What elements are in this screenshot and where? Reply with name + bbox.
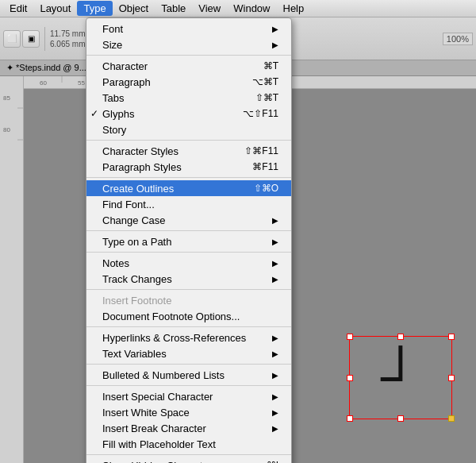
sep-9 bbox=[86, 385, 291, 386]
menu-arrow-font: ▶ bbox=[272, 25, 278, 33]
menu-item-font[interactable]: Font ▶ bbox=[86, 21, 291, 37]
menu-item-tabs-label: Tabs bbox=[102, 92, 124, 104]
sep-3 bbox=[86, 177, 291, 178]
menu-shortcut-para-styles: ⌘F11 bbox=[252, 161, 278, 172]
menu-item-hyperlinks[interactable]: Hyperlinks & Cross-References ▶ bbox=[86, 330, 291, 345]
menu-item-change-case[interactable]: Change Case ▶ bbox=[86, 212, 291, 228]
menu-arrow-hyperlinks: ▶ bbox=[272, 334, 278, 342]
handle-tr[interactable] bbox=[448, 334, 455, 340]
menu-item-type-on-path-label: Type on a Path bbox=[102, 236, 171, 248]
menu-item-char-styles[interactable]: Character Styles ⇧⌘F11 bbox=[86, 143, 291, 159]
toolbar-btn-2[interactable]: ▣ bbox=[22, 30, 40, 48]
menu-shortcut-glyphs: ⌥⇧F11 bbox=[243, 108, 278, 119]
handle-bl[interactable] bbox=[347, 415, 353, 422]
menu-item-hidden-chars[interactable]: Show Hidden Characters ⌥⌘I bbox=[86, 457, 291, 463]
svg-text:80: 80 bbox=[3, 126, 10, 133]
menu-item-story[interactable]: Story bbox=[86, 122, 291, 137]
menu-item-placeholder-label: Fill with Placeholder Text bbox=[102, 438, 216, 450]
menu-item-char-styles-label: Character Styles bbox=[102, 145, 178, 157]
menu-item-lists-label: Bulleted & Numbered Lists bbox=[102, 369, 225, 381]
handle-tm[interactable] bbox=[397, 334, 404, 340]
menu-item-footnote-options[interactable]: Document Footnote Options... bbox=[86, 308, 291, 324]
menu-item-glyphs[interactable]: ✓ Glyphs ⌥⇧F11 bbox=[86, 106, 291, 122]
menu-arrow-change-case: ▶ bbox=[272, 216, 278, 225]
menu-shortcut-character: ⌘T bbox=[263, 60, 278, 71]
menu-item-create-outlines[interactable]: Create Outlines ⇧⌘O bbox=[86, 180, 291, 196]
menu-item-para-styles-label: Paragraph Styles bbox=[102, 161, 182, 173]
handle-ml[interactable] bbox=[347, 375, 353, 381]
menu-item-track-changes-label: Track Changes bbox=[102, 273, 172, 285]
menu-item-type-on-path[interactable]: Type on a Path ▶ bbox=[86, 233, 291, 249]
handle-tl[interactable] bbox=[347, 334, 353, 340]
svg-text:60: 60 bbox=[40, 79, 47, 87]
menu-item-white-space-label: Insert White Space bbox=[102, 407, 190, 419]
menu-arrow-text-variables: ▶ bbox=[272, 349, 278, 358]
menu-window[interactable]: Window bbox=[227, 1, 276, 16]
menu-item-break-char-label: Insert Break Character bbox=[102, 422, 206, 434]
menu-shortcut-create-outlines: ⇧⌘O bbox=[254, 183, 278, 194]
handle-mr[interactable] bbox=[448, 375, 455, 381]
menu-item-tabs[interactable]: Tabs ⇧⌘T bbox=[86, 90, 291, 106]
handle-bm[interactable] bbox=[397, 415, 404, 422]
menu-item-insert-footnote-label: Insert Footnote bbox=[102, 295, 171, 307]
menu-item-character-label: Character bbox=[102, 60, 148, 72]
handle-br[interactable] bbox=[448, 415, 455, 422]
menu-arrow-size: ▶ bbox=[272, 41, 278, 49]
menu-item-special-char-label: Insert Special Character bbox=[102, 391, 213, 403]
check-glyphs: ✓ bbox=[90, 108, 98, 119]
sep-5 bbox=[86, 252, 291, 253]
menu-object[interactable]: Object bbox=[113, 1, 155, 16]
ruler-vertical: 85 80 bbox=[0, 76, 24, 463]
menu-item-placeholder[interactable]: Fill with Placeholder Text bbox=[86, 436, 291, 452]
menu-arrow-break-char: ▶ bbox=[272, 424, 278, 433]
menu-item-find-font-label: Find Font... bbox=[102, 199, 155, 210]
menu-edit[interactable]: Edit bbox=[3, 1, 33, 16]
menu-type[interactable]: Type bbox=[77, 1, 112, 16]
menu-item-find-font[interactable]: Find Font... bbox=[86, 196, 291, 212]
menu-arrow-notes: ▶ bbox=[272, 259, 278, 268]
zoom-value: 100% bbox=[443, 33, 473, 45]
menu-arrow-special-char: ▶ bbox=[272, 392, 278, 401]
menu-item-notes-label: Notes bbox=[102, 257, 129, 269]
menu-view[interactable]: View bbox=[192, 1, 227, 16]
sep-4 bbox=[86, 230, 291, 231]
toolbar-btn-1[interactable]: ⬜ bbox=[3, 30, 21, 48]
menu-shortcut-hidden-chars: ⌥⌘I bbox=[255, 460, 278, 463]
menu-item-track-changes[interactable]: Track Changes ▶ bbox=[86, 271, 291, 287]
menu-item-insert-footnote[interactable]: Insert Footnote bbox=[86, 292, 291, 308]
menu-arrow-type-on-path: ▶ bbox=[272, 237, 278, 246]
svg-text:55: 55 bbox=[78, 79, 85, 87]
menu-item-lists[interactable]: Bulleted & Numbered Lists ▶ bbox=[86, 367, 291, 383]
menu-item-create-outlines-label: Create Outlines bbox=[102, 183, 174, 195]
doc-tab-label: ✦ *Steps.indd @ 9... bbox=[6, 63, 86, 73]
menu-item-break-char[interactable]: Insert Break Character ▶ bbox=[86, 420, 291, 436]
menu-help[interactable]: Help bbox=[277, 1, 311, 16]
menu-item-text-variables[interactable]: Text Variables ▶ bbox=[86, 345, 291, 361]
menu-item-character[interactable]: Character ⌘T bbox=[86, 58, 291, 74]
selected-frame[interactable]: ┘ bbox=[349, 336, 452, 419]
menu-shortcut-tabs: ⇧⌘T bbox=[255, 92, 278, 103]
menu-item-size-label: Size bbox=[102, 39, 122, 51]
menu-item-hyperlinks-label: Hyperlinks & Cross-References bbox=[102, 332, 246, 344]
menu-item-paragraph-label: Paragraph bbox=[102, 76, 151, 88]
menu-layout[interactable]: Layout bbox=[33, 1, 77, 16]
menu-item-change-case-label: Change Case bbox=[102, 214, 166, 226]
menu-item-size[interactable]: Size ▶ bbox=[86, 37, 291, 52]
menu-arrow-track-changes: ▶ bbox=[272, 275, 278, 284]
menu-arrow-lists: ▶ bbox=[272, 371, 278, 380]
sep-6 bbox=[86, 289, 291, 290]
sep-8 bbox=[86, 364, 291, 365]
menubar: Edit Layout Type Object Table View Windo… bbox=[0, 0, 476, 17]
menu-item-font-label: Font bbox=[102, 23, 123, 35]
menu-item-para-styles[interactable]: Paragraph Styles ⌘F11 bbox=[86, 159, 291, 175]
menu-table[interactable]: Table bbox=[155, 1, 192, 16]
menu-item-paragraph[interactable]: Paragraph ⌥⌘T bbox=[86, 74, 291, 90]
menu-item-special-char[interactable]: Insert Special Character ▶ bbox=[86, 388, 291, 404]
menu-item-text-variables-label: Text Variables bbox=[102, 348, 167, 360]
menu-item-footnote-options-label: Document Footnote Options... bbox=[102, 311, 240, 322]
frame-content: ┘ bbox=[350, 337, 451, 419]
menu-arrow-white-space: ▶ bbox=[272, 408, 278, 417]
sep-10 bbox=[86, 454, 291, 455]
menu-item-notes[interactable]: Notes ▶ bbox=[86, 255, 291, 271]
menu-item-white-space[interactable]: Insert White Space ▶ bbox=[86, 404, 291, 420]
